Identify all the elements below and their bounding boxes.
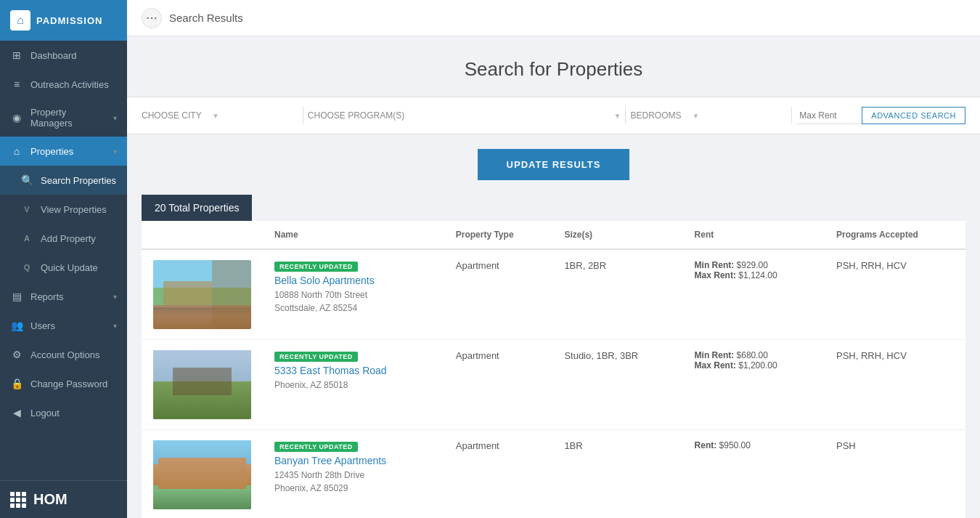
programs-select[interactable]: CHOOSE PROGRAM(S) [308, 106, 611, 125]
filter-divider-1 [303, 107, 303, 124]
recently-updated-badge: RECENTLY UPDATED [274, 352, 358, 362]
person-icon: ◉ [10, 111, 23, 124]
col-image [142, 221, 263, 249]
sidebar-item-properties[interactable]: ⌂ Properties ▾ [0, 137, 127, 166]
table-row: RECENTLY UPDATED Bella Solo Apartments 1… [142, 249, 965, 340]
property-name-link[interactable]: Banyan Tree Apartments [274, 455, 433, 466]
sidebar-item-label: Logout [30, 408, 117, 418]
property-sizes-cell: Studio, 1BR, 3BR [552, 340, 682, 430]
table-row: RECENTLY UPDATED 5333 East Thomas Road P… [142, 340, 965, 430]
expand-icon: ▾ [113, 322, 117, 330]
property-sizes-cell: 1BR, 2BR [552, 249, 682, 340]
quick-update-icon: Q [20, 261, 33, 274]
search-icon: 🔍 [20, 174, 33, 187]
recently-updated-badge: RECENTLY UPDATED [274, 262, 358, 272]
property-info-cell: RECENTLY UPDATED 5333 East Thomas Road P… [263, 340, 444, 430]
search-header: Search for Properties [127, 36, 980, 81]
topbar: ⋯ Search Results [127, 0, 980, 36]
filter-bar: CHOOSE CITY ▼ CHOOSE PROGRAM(S) ▼ BEDROO… [127, 97, 980, 134]
sidebar-item-label: Reports [30, 291, 106, 302]
property-rent-cell: Min Rent: $680.00 Max Rent: $1,200.00 [683, 340, 825, 430]
update-results-button[interactable]: UPDATE RESULTS [478, 149, 630, 180]
recently-updated-badge: RECENTLY UPDATED [274, 442, 358, 452]
properties-table: Name Property Type Size(s) Rent Programs… [142, 221, 965, 518]
city-select[interactable]: CHOOSE CITY [142, 106, 209, 125]
city-filter-wrap: CHOOSE CITY ▼ [142, 106, 298, 125]
users-icon: 👥 [10, 319, 23, 332]
sidebar-item-add-property[interactable]: A Add Property [0, 224, 127, 253]
property-image-cell [142, 340, 263, 430]
add-icon: A [20, 232, 33, 245]
sidebar-item-label: Dashboard [30, 50, 117, 61]
page-title: Search for Properties [142, 58, 965, 81]
sidebar-item-label: Property Managers [30, 107, 106, 129]
sidebar-item-label: View Properties [41, 204, 117, 215]
programs-filter-wrap: CHOOSE PROGRAM(S) ▼ [308, 106, 621, 125]
sidebar-item-property-managers[interactable]: ◉ Property Managers ▾ [0, 99, 127, 137]
sidebar-item-label: Account Options [30, 349, 117, 360]
sidebar-item-reports[interactable]: ▤ Reports ▾ [0, 282, 127, 311]
expand-icon: ▾ [113, 114, 117, 122]
sidebar-item-search-properties[interactable]: 🔍 Search Properties [0, 166, 127, 195]
sidebar-item-label: Outreach Activities [30, 79, 117, 90]
sidebar-item-label: Change Password [30, 379, 117, 389]
property-info-cell: RECENTLY UPDATED Banyan Tree Apartments … [263, 430, 444, 519]
filter-divider-3 [791, 107, 792, 124]
property-programs-cell: PSH, RRH, HCV [825, 340, 965, 430]
col-type: Property Type [444, 221, 553, 249]
property-sizes-cell: 1BR [552, 430, 682, 519]
col-sizes: Size(s) [552, 221, 682, 249]
expand-icon: ▾ [113, 293, 117, 301]
property-type-cell: Apartment [444, 340, 553, 430]
col-programs: Programs Accepted [825, 221, 965, 249]
property-type-cell: Apartment [444, 249, 553, 340]
content-area: Search for Properties CHOOSE CITY ▼ CHOO… [127, 36, 980, 518]
property-name-link[interactable]: 5333 East Thomas Road [274, 365, 433, 376]
sidebar-item-view-properties[interactable]: V View Properties [0, 195, 127, 224]
sidebar-item-account-options[interactable]: ⚙ Account Options [0, 340, 127, 369]
sidebar-item-label: Add Property [41, 233, 117, 244]
bedrooms-dropdown-arrow: ▼ [692, 112, 699, 120]
property-address: 12435 North 28th DrivePhoenix, AZ 85029 [274, 469, 433, 495]
view-icon: V [20, 203, 33, 216]
col-rent: Rent [683, 221, 825, 249]
sidebar-item-users[interactable]: 👥 Users ▾ [0, 311, 127, 340]
gear-icon: ⚙ [10, 348, 23, 361]
advanced-search-button[interactable]: ADVANCED SEARCH [862, 107, 965, 124]
sidebar-item-label: Users [30, 320, 106, 331]
topbar-menu-button[interactable]: ⋯ [142, 8, 162, 28]
home-nav-icon: ⌂ [10, 145, 23, 158]
table-row: RECENTLY UPDATED Banyan Tree Apartments … [142, 430, 965, 519]
sidebar-item-dashboard[interactable]: ⊞ Dashboard [0, 41, 127, 70]
sidebar: ⌂ PADMISSION ⊞ Dashboard ≡ Outreach Acti… [0, 0, 127, 518]
sidebar-item-outreach[interactable]: ≡ Outreach Activities [0, 70, 127, 99]
property-image-cell [142, 430, 263, 519]
hom-logo-text: HOM [33, 491, 68, 508]
hom-grid-icon [10, 492, 26, 508]
max-rent-input[interactable] [796, 108, 862, 124]
topbar-title: Search Results [169, 12, 243, 24]
logout-icon: ◀ [10, 406, 23, 419]
property-name-link[interactable]: Bella Solo Apartments [274, 275, 433, 286]
sidebar-item-quick-update[interactable]: Q Quick Update [0, 253, 127, 282]
outreach-icon: ≡ [10, 78, 23, 91]
lock-icon: 🔒 [10, 377, 23, 390]
property-address: 10888 North 70th StreetScottsdale, AZ 85… [274, 288, 433, 315]
bedrooms-select[interactable]: BEDROOMS [630, 106, 689, 125]
property-programs-cell: PSH [825, 430, 965, 519]
sidebar-item-change-password[interactable]: 🔒 Change Password [0, 369, 127, 398]
programs-dropdown-arrow: ▼ [614, 112, 621, 120]
property-thumbnail [153, 260, 251, 329]
reports-icon: ▤ [10, 290, 23, 303]
hom-logo: HOM [10, 491, 117, 508]
sidebar-logo[interactable]: ⌂ PADMISSION [0, 0, 127, 41]
sidebar-item-logout[interactable]: ◀ Logout [0, 398, 127, 427]
dashboard-icon: ⊞ [10, 49, 23, 62]
total-properties-badge: 20 Total Properties [142, 195, 252, 221]
bedrooms-filter-wrap: BEDROOMS ▼ [630, 106, 787, 125]
home-icon: ⌂ [10, 10, 30, 31]
main-content: ⋯ Search Results Search for Properties C… [127, 0, 980, 518]
property-thumbnail [153, 440, 251, 509]
property-address: Phoenix, AZ 85018 [274, 379, 433, 392]
results-section: 20 Total Properties Name Property Type S… [127, 195, 980, 518]
